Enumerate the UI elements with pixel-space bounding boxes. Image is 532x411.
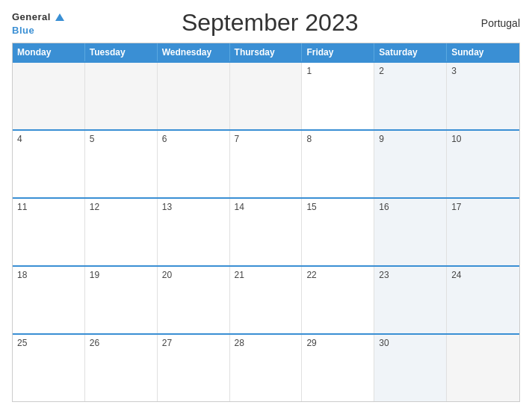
day-number: 16 [379,202,389,212]
cal-cell-1-1 [13,63,85,129]
logo: General Blue [12,10,64,36]
calendar-week-4: 18192021222324 [13,265,519,333]
header-tuesday: Tuesday [85,43,158,61]
cal-cell-2-5: 8 [302,131,374,197]
cal-cell-2-2: 5 [85,131,158,197]
day-number: 12 [90,202,99,212]
cal-cell-3-4: 14 [230,199,303,265]
day-number: 30 [379,338,389,348]
calendar-week-5: 252627282930 [13,333,519,401]
logo-general-text: General [12,11,51,22]
day-number: 3 [451,66,457,76]
cal-cell-5-7 [447,335,519,401]
day-number: 17 [451,202,461,212]
day-number: 25 [17,338,27,348]
day-number: 9 [379,134,384,144]
day-number: 28 [235,338,244,348]
day-number: 11 [17,202,27,212]
header-saturday: Saturday [374,43,447,61]
calendar-week-3: 11121314151617 [13,197,519,265]
cal-cell-3-6: 16 [374,199,447,265]
day-number: 8 [306,134,312,144]
cal-cell-2-6: 9 [374,131,447,197]
header: General Blue September 2023 Portugal [12,9,520,37]
cal-cell-1-2 [85,63,158,129]
day-number: 24 [451,270,461,280]
cal-cell-5-4: 28 [230,335,303,401]
day-number: 20 [162,270,172,280]
calendar: Monday Tuesday Wednesday Thursday Friday… [12,43,520,402]
cal-cell-4-3: 20 [158,267,230,333]
day-number: 4 [17,134,22,144]
country-label: Portugal [475,17,520,29]
cal-cell-3-7: 17 [447,199,519,265]
cal-cell-3-1: 11 [13,199,85,265]
cal-cell-1-5: 1 [302,63,374,129]
cal-cell-1-3 [158,63,230,129]
cal-cell-2-4: 7 [230,131,303,197]
calendar-week-2: 45678910 [13,129,519,197]
header-monday: Monday [13,43,85,61]
cal-cell-5-6: 30 [374,335,447,401]
cal-cell-4-2: 19 [85,267,158,333]
cal-cell-3-5: 15 [302,199,374,265]
calendar-body: 1234567891011121314151617181920212223242… [13,61,519,401]
day-number: 18 [17,270,27,280]
day-number: 2 [379,66,384,76]
header-wednesday: Wednesday [158,43,230,61]
day-number: 7 [235,134,240,144]
calendar-header: Monday Tuesday Wednesday Thursday Friday… [13,43,519,61]
calendar-week-1: 123 [13,61,519,129]
cal-cell-5-1: 25 [13,335,85,401]
header-friday: Friday [302,43,374,61]
day-number: 23 [379,270,389,280]
day-number: 14 [235,202,244,212]
day-number: 6 [162,134,167,144]
day-number: 15 [306,202,316,212]
cal-cell-4-5: 22 [302,267,374,333]
day-number: 27 [162,338,172,348]
day-number: 1 [306,66,312,76]
day-number: 10 [451,134,461,144]
cal-cell-1-4 [230,63,303,129]
cal-cell-1-6: 2 [374,63,447,129]
day-number: 19 [90,270,99,280]
cal-cell-2-3: 6 [158,131,230,197]
calendar-page: General Blue September 2023 Portugal Mon… [0,0,532,411]
day-number: 22 [306,270,316,280]
header-sunday: Sunday [447,43,519,61]
cal-cell-1-7: 3 [447,63,519,129]
day-number: 5 [90,134,95,144]
cal-cell-5-3: 27 [158,335,230,401]
cal-cell-5-5: 29 [302,335,374,401]
cal-cell-4-6: 23 [374,267,447,333]
cal-cell-4-1: 18 [13,267,85,333]
day-number: 13 [162,202,172,212]
cal-cell-2-7: 10 [447,131,519,197]
logo-top: General [12,10,64,23]
header-thursday: Thursday [230,43,303,61]
logo-blue-text: Blue [12,25,34,36]
cal-cell-4-4: 21 [230,267,303,333]
cal-cell-4-7: 24 [447,267,519,333]
calendar-title: September 2023 [64,9,475,37]
cal-cell-2-1: 4 [13,131,85,197]
logo-triangle-icon [55,13,64,21]
cal-cell-3-3: 13 [158,199,230,265]
cal-cell-3-2: 12 [85,199,158,265]
cal-cell-5-2: 26 [85,335,158,401]
day-number: 26 [90,338,99,348]
day-number: 21 [235,270,244,280]
day-number: 29 [306,338,316,348]
